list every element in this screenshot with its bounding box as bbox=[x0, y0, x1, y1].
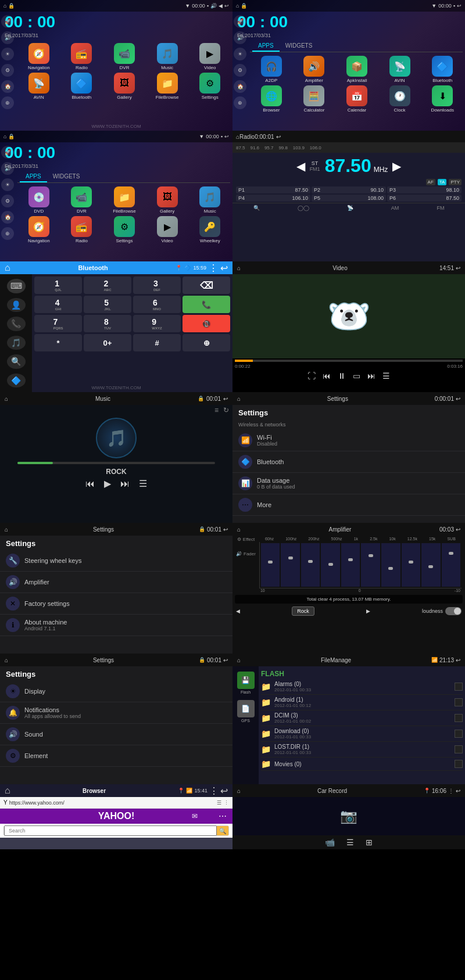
app-filebrowse2[interactable]: 📁 FileBrowse bbox=[104, 186, 145, 214]
app-filebrowse[interactable]: 📁 FileBrowse bbox=[147, 73, 188, 100]
bt-home-icon[interactable]: ⌂ bbox=[5, 263, 10, 273]
radio-next-btn[interactable]: ▶ bbox=[392, 159, 401, 173]
ta-btn[interactable]: TA bbox=[438, 179, 447, 185]
dial-extra[interactable]: ⊕ bbox=[183, 334, 230, 351]
app-video[interactable]: ▶ Video bbox=[189, 43, 230, 70]
side-btn-r5[interactable]: 🏠 bbox=[234, 80, 246, 93]
radio-info-btn[interactable]: ◯◯ bbox=[298, 205, 309, 211]
cr-list-btn[interactable]: ☰ bbox=[346, 838, 354, 847]
eq-bar-2[interactable] bbox=[281, 543, 300, 587]
fm-home-icon[interactable]: ⌂ bbox=[237, 657, 241, 663]
side-btn-6[interactable]: ⊕ bbox=[1, 96, 14, 109]
side-btn-5[interactable]: 🏠 bbox=[1, 80, 14, 93]
video-aspect-btn[interactable]: ▭ bbox=[353, 371, 360, 380]
tab-widgets-l2[interactable]: WIDGETS bbox=[47, 171, 86, 182]
back-icon[interactable]: ↩ bbox=[224, 3, 229, 9]
browser-url-text[interactable]: https://www.yahoo.com/ bbox=[9, 800, 217, 806]
app-avin2[interactable]: 📡 AVIN bbox=[380, 56, 420, 83]
app-dvr[interactable]: 📹 DVR bbox=[104, 43, 145, 70]
app-settings[interactable]: ⚙ Settings bbox=[189, 73, 230, 100]
yahoo-mail-icon[interactable]: ✉ bbox=[192, 812, 198, 820]
eq-bar-6[interactable] bbox=[361, 543, 380, 587]
app-clock[interactable]: 🕐 Clock bbox=[380, 85, 420, 113]
browser-more-btn[interactable]: ⋮ bbox=[224, 800, 229, 806]
settings-wifi-item[interactable]: 📶 Wi-Fi Disabled bbox=[233, 430, 465, 451]
app-gallery2[interactable]: 🖼 Gallery bbox=[147, 186, 188, 214]
video-prev-btn[interactable]: ⏮ bbox=[323, 371, 331, 380]
home-icon-l2[interactable]: ⌂ bbox=[3, 134, 6, 139]
settings-factory-item[interactable]: ✕ Factory settings bbox=[0, 593, 233, 615]
bt-sidebar-search[interactable]: 🔍 bbox=[7, 354, 26, 369]
side-l2-2[interactable]: 🔊 bbox=[1, 162, 14, 175]
radio-am-btn[interactable]: AM bbox=[391, 205, 399, 211]
bt-sidebar-calls[interactable]: 📞 bbox=[7, 317, 26, 331]
back-icon-r[interactable]: ↩ bbox=[457, 3, 462, 9]
radio-prev-btn[interactable]: ◀ bbox=[296, 159, 305, 173]
side-l2-5[interactable]: 🏠 bbox=[1, 211, 14, 224]
settings-sound-item[interactable]: 🔊 Sound bbox=[0, 724, 233, 745]
app-a2dp[interactable]: 🎧 A2DP bbox=[251, 56, 292, 83]
eq-bar-9[interactable] bbox=[421, 543, 441, 587]
cr-home-icon[interactable]: ⌂ bbox=[237, 788, 241, 794]
tab-widgets-right[interactable]: WIDGETS bbox=[280, 41, 319, 52]
side-btn-4[interactable]: ⚙ bbox=[1, 64, 14, 77]
video-fullscreen-btn[interactable]: ⛶ bbox=[307, 371, 316, 380]
fm-lostdir-item[interactable]: 📁 LOST.DIR (1) 2012-01-01 00:33 bbox=[261, 742, 463, 758]
home-icon[interactable]: ⌂ bbox=[3, 3, 6, 9]
fm-gps-item[interactable]: 📄 GPS bbox=[235, 698, 256, 724]
cr-back[interactable]: ↩ bbox=[456, 788, 460, 794]
side-btn-1[interactable]: 🚀 bbox=[1, 15, 14, 28]
eq-bar-4[interactable] bbox=[321, 543, 340, 587]
app-radio[interactable]: 📻 Radio bbox=[62, 43, 102, 70]
app-settings2[interactable]: ⚙ Settings bbox=[104, 216, 145, 243]
eq-bar-8[interactable] bbox=[402, 543, 421, 587]
browser-search-btn[interactable]: 🔍 bbox=[217, 826, 228, 835]
fm-flash-item[interactable]: 💾 Flash bbox=[235, 670, 256, 696]
browser-reader-btn[interactable]: ☰ bbox=[217, 800, 221, 806]
dial-1[interactable]: 1QJL bbox=[34, 277, 82, 294]
eq-bar-5[interactable] bbox=[341, 543, 360, 587]
af-btn[interactable]: AF bbox=[426, 179, 435, 185]
radio-search-btn[interactable]: 🔍 bbox=[253, 205, 260, 211]
dial-2[interactable]: 2ABC bbox=[84, 277, 131, 294]
bt-sidebar-music[interactable]: 🎵 bbox=[7, 336, 26, 350]
dial-3[interactable]: 3DEF bbox=[133, 277, 181, 294]
dial-delete[interactable]: ⌫ bbox=[183, 277, 230, 294]
fm-android-item[interactable]: 📁 Android (1) 2012-01-01 00:12 bbox=[261, 695, 463, 710]
side-l2-6[interactable]: ⊕ bbox=[1, 227, 14, 240]
loudness-toggle-switch[interactable] bbox=[445, 607, 462, 615]
dial-0[interactable]: 0+ bbox=[84, 334, 131, 351]
fm-alarms-check[interactable] bbox=[455, 683, 463, 691]
preset-p3[interactable]: P3 98.10 bbox=[387, 186, 462, 193]
app-navigation[interactable]: 🧭 Navigation bbox=[19, 43, 59, 70]
amp-prev-btn[interactable]: ◀ bbox=[236, 608, 240, 614]
fm-alarms-item[interactable]: 📁 Alarms (0) 2012-01-01 00:33 bbox=[261, 679, 463, 695]
pty-btn[interactable]: PTY bbox=[449, 179, 462, 185]
dial-5[interactable]: 5JKL bbox=[84, 296, 131, 313]
settings-disp-home[interactable]: ⌂ bbox=[5, 657, 8, 663]
cr-record-btn[interactable]: 📹 bbox=[325, 838, 335, 847]
dial-hangup[interactable]: 📵 bbox=[183, 315, 230, 332]
fm-download-item[interactable]: 📁 Download (0) 2012-01-01 00:33 bbox=[261, 726, 463, 742]
app-dvd[interactable]: 💿 DVD bbox=[19, 186, 59, 214]
music-equalizer-btn[interactable]: ≡ bbox=[214, 406, 219, 414]
app-music2[interactable]: 🎵 Music bbox=[189, 186, 230, 214]
preset-p2[interactable]: P2 90.10 bbox=[312, 186, 386, 193]
preset-p5[interactable]: P5 108.00 bbox=[312, 195, 386, 202]
dial-hash[interactable]: # bbox=[133, 334, 181, 351]
settings-notif-item[interactable]: 🔔 Notifications All apps allowed to send bbox=[0, 702, 233, 724]
side-btn-r3[interactable]: ☀ bbox=[234, 48, 246, 60]
bt-sidebar-contacts[interactable]: 👤 bbox=[7, 298, 26, 313]
preset-p4[interactable]: P4 106.10 bbox=[236, 195, 310, 202]
side-btn-r2[interactable]: 🔊 bbox=[234, 31, 246, 44]
settings-steering-item[interactable]: 🔧 Steering wheel keys bbox=[0, 550, 233, 572]
fm-movies-item[interactable]: 📁 Movies (0) bbox=[261, 758, 463, 771]
side-btn-2[interactable]: 🔊 bbox=[1, 31, 14, 44]
music-play-btn[interactable]: ▶ bbox=[104, 478, 111, 489]
app-calendar[interactable]: 📅 Calendar bbox=[337, 85, 377, 113]
app-browser[interactable]: 🌐 Browser bbox=[251, 85, 292, 113]
tab-apps-right[interactable]: APPS bbox=[252, 41, 280, 52]
side-btn-r6[interactable]: ⊕ bbox=[234, 96, 246, 109]
app-dvr2[interactable]: 📹 DVR bbox=[62, 186, 102, 214]
video-play-btn[interactable]: ⏸ bbox=[338, 371, 346, 380]
